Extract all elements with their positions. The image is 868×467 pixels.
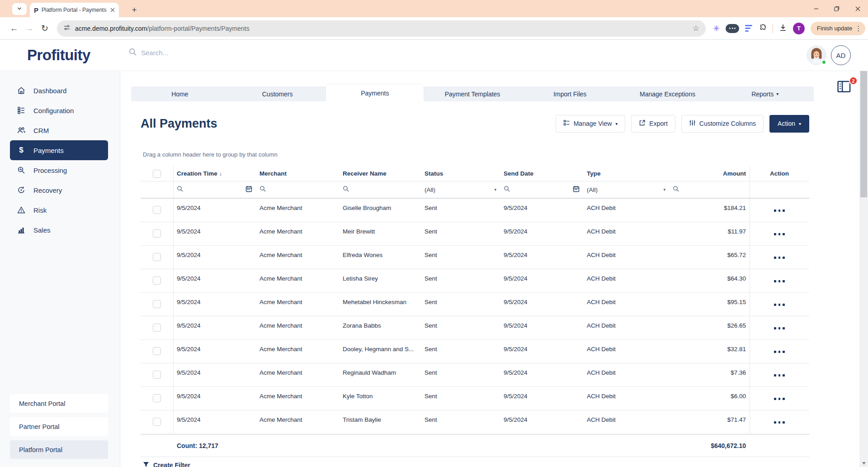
row-checkbox[interactable] [153, 229, 161, 238]
site-info-icon[interactable] [63, 24, 71, 33]
extension-capsule-icon[interactable] [726, 24, 739, 33]
row-checkbox[interactable] [153, 347, 161, 355]
row-action-menu[interactable] [750, 293, 809, 316]
address-bar[interactable]: acme.demo.profituity.com/platform-portal… [57, 20, 706, 37]
filter-status-dropdown[interactable]: (All)▾ [421, 181, 500, 198]
row-checkbox[interactable] [153, 324, 161, 332]
sidebar-item-dashboard[interactable]: Dashboard [10, 81, 108, 100]
column-header-amount[interactable]: Amount [669, 166, 750, 181]
row-checkbox[interactable] [153, 253, 161, 261]
user-avatar[interactable] [807, 45, 826, 65]
calendar-icon[interactable] [245, 186, 252, 194]
column-header-status[interactable]: Status [421, 166, 500, 181]
brand-logo[interactable]: Profituity [27, 47, 90, 64]
window-restore-button[interactable] [826, 0, 847, 17]
column-header-merchant[interactable]: Merchant [256, 166, 339, 181]
bookmark-star-icon[interactable]: ☆ [693, 24, 699, 33]
sidebar-item-recovery[interactable]: Recovery [10, 180, 108, 200]
user-initials-badge[interactable]: AD [831, 45, 851, 65]
filter-merchant[interactable] [256, 181, 339, 198]
tab-manage-exceptions[interactable]: Manage Exceptions [619, 86, 717, 101]
search-icon[interactable] [259, 186, 266, 194]
select-all-checkbox[interactable] [153, 170, 161, 178]
side-panel-toggle[interactable]: 2 [837, 79, 856, 98]
global-search[interactable] [129, 48, 277, 57]
extension-bars-icon[interactable] [745, 25, 752, 32]
merchant-portal-button[interactable]: Merchant Portal [10, 394, 108, 413]
column-header-creation-time[interactable]: Creation Time↓ [173, 166, 256, 181]
reload-button[interactable]: ↻ [37, 21, 52, 36]
window-minimize-button[interactable] [806, 0, 826, 17]
row-checkbox[interactable] [153, 418, 161, 426]
search-icon[interactable] [177, 186, 183, 194]
chevron-down-icon: ▾ [494, 187, 496, 192]
partner-portal-button[interactable]: Partner Portal [10, 417, 108, 436]
row-action-menu[interactable] [750, 199, 809, 222]
extension-asterisk-icon[interactable]: ✳ [713, 24, 720, 33]
tab-payment-templates[interactable]: Payment Templates [424, 86, 521, 101]
filter-amount[interactable] [669, 181, 750, 198]
back-button[interactable]: ← [6, 21, 22, 36]
browser-profile-avatar[interactable]: T [793, 23, 805, 34]
row-action-menu[interactable] [750, 269, 809, 292]
scroll-down-arrow[interactable] [859, 459, 868, 467]
search-icon[interactable] [343, 186, 349, 194]
row-action-menu[interactable] [750, 410, 809, 434]
page-scrollbar[interactable] [859, 40, 868, 467]
column-header-type[interactable]: Type [583, 166, 669, 181]
tab-import-files[interactable]: Import Files [521, 86, 619, 101]
export-button[interactable]: Export [631, 115, 675, 133]
forward-button[interactable]: → [22, 21, 37, 36]
row-action-menu[interactable] [750, 222, 809, 245]
chevron-down-icon: ▾ [799, 121, 801, 126]
filter-type-dropdown[interactable]: (All)▾ [583, 181, 669, 198]
search-input[interactable] [141, 49, 277, 57]
row-checkbox[interactable] [153, 276, 161, 285]
finish-update-button[interactable]: Finish update ⋮ [811, 22, 865, 35]
browser-tab[interactable]: P Platform Portal - Payments - Pa [30, 3, 119, 17]
row-action-menu[interactable] [750, 316, 809, 339]
tab-payments[interactable]: Payments [326, 85, 424, 101]
row-checkbox[interactable] [153, 206, 161, 214]
row-action-menu[interactable] [750, 363, 809, 386]
tab-close-icon[interactable] [110, 6, 115, 14]
ellipsis-icon [774, 257, 785, 259]
sidebar-item-sales[interactable]: Sales [10, 220, 108, 240]
column-header-send-date[interactable]: Send Date [500, 166, 583, 181]
tab-customers[interactable]: Customers [229, 86, 326, 101]
manage-view-button[interactable]: Manage View▾ [556, 115, 626, 133]
column-header-receiver-name[interactable]: Receiver Name [339, 166, 421, 181]
extensions-puzzle-icon[interactable] [758, 23, 767, 33]
cell-creation: 9/5/2024 [173, 387, 256, 410]
platform-portal-button[interactable]: Platform Portal [10, 440, 108, 459]
window-close-button[interactable] [847, 0, 868, 17]
row-action-menu[interactable] [750, 246, 809, 269]
row-action-menu[interactable] [750, 387, 809, 410]
calendar-icon[interactable] [573, 186, 580, 194]
row-checkbox[interactable] [153, 300, 161, 308]
action-button[interactable]: Action▾ [769, 115, 809, 133]
new-tab-button[interactable]: + [128, 4, 141, 16]
tab-search-button[interactable] [12, 3, 27, 15]
tab-reports[interactable]: Reports▾ [716, 86, 814, 101]
cell-creation: 9/5/2024 [173, 340, 256, 363]
row-checkbox[interactable] [153, 371, 161, 379]
sidebar-item-processing[interactable]: Processing [10, 160, 108, 180]
row-checkbox[interactable] [153, 394, 161, 402]
sidebar-item-crm[interactable]: CRM [10, 120, 108, 140]
sidebar-item-risk[interactable]: Risk [10, 200, 108, 220]
search-icon[interactable] [504, 186, 510, 194]
chevron-down-icon: ▾ [663, 187, 665, 192]
tab-home[interactable]: Home [131, 86, 229, 101]
filter-receiver-name[interactable] [339, 181, 421, 198]
sidebar-item-payments[interactable]: $ Payments [10, 140, 108, 160]
downloads-icon[interactable] [779, 24, 787, 33]
sidebar-item-configuration[interactable]: Configuration [10, 100, 108, 120]
create-filter-button[interactable]: Create Filter [143, 461, 190, 467]
browser-menu-icon[interactable]: ⋮ [855, 24, 862, 33]
customize-columns-button[interactable]: Customize Columns [681, 115, 764, 133]
row-action-menu[interactable] [750, 340, 809, 363]
search-icon[interactable] [673, 186, 679, 194]
filter-creation-time[interactable] [173, 181, 256, 198]
filter-send-date[interactable] [500, 181, 583, 198]
